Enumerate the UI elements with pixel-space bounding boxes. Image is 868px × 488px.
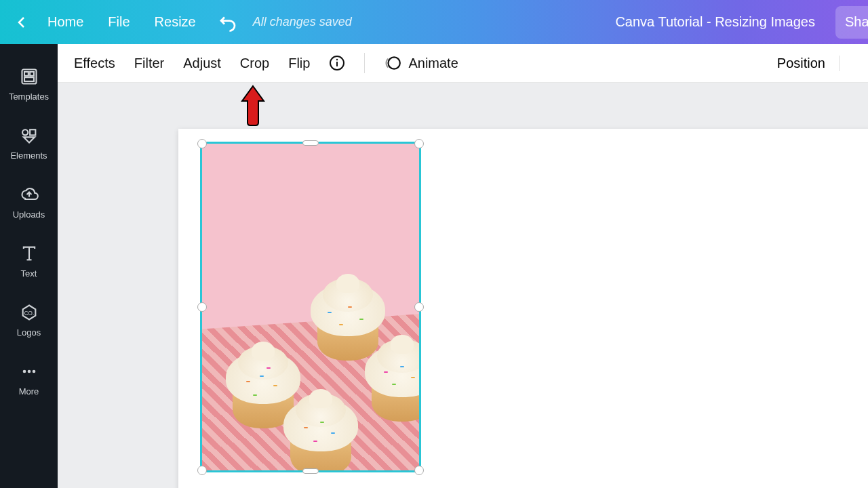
toolbar-divider — [364, 53, 365, 73]
sidebar-item-elements[interactable]: Elements — [0, 117, 58, 176]
main-area: Templates Elements Uploads Text CO. Logo… — [0, 44, 868, 488]
text-icon — [20, 244, 39, 263]
resize-menu[interactable]: Resize — [142, 14, 208, 30]
resize-handle-br[interactable] — [414, 466, 424, 475]
svg-point-4 — [22, 129, 28, 135]
sidebar-item-uploads[interactable]: Uploads — [0, 176, 58, 235]
svg-point-13 — [32, 370, 35, 373]
document-title[interactable]: Canva Tutorial - Resizing Images — [615, 14, 815, 30]
logos-icon: CO. — [20, 303, 39, 322]
file-menu[interactable]: File — [96, 14, 142, 30]
animate-icon — [384, 54, 401, 72]
sidebar-item-label: Text — [21, 268, 37, 279]
work-area: Effects Filter Adjust Crop Flip Animate … — [58, 44, 868, 488]
undo-button[interactable] — [218, 12, 238, 33]
sidebar-item-label: Logos — [17, 327, 41, 338]
animate-label: Animate — [408, 56, 458, 71]
image-content — [202, 144, 419, 470]
sidebar-item-templates[interactable]: Templates — [0, 58, 58, 117]
selected-image[interactable] — [200, 142, 421, 472]
svg-rect-2 — [30, 72, 34, 76]
resize-handle-l[interactable] — [197, 302, 207, 312]
flip-button[interactable]: Flip — [288, 56, 310, 71]
position-button[interactable]: Position — [777, 56, 840, 71]
info-button[interactable] — [329, 55, 345, 71]
resize-handle-tl[interactable] — [197, 139, 207, 148]
svg-rect-5 — [30, 129, 35, 135]
annotation-arrow — [239, 85, 267, 127]
context-toolbar: Effects Filter Adjust Crop Flip Animate … — [58, 44, 868, 83]
svg-text:CO.: CO. — [24, 310, 34, 317]
svg-marker-6 — [23, 137, 34, 142]
elements-icon — [20, 126, 39, 145]
animate-button[interactable]: Animate — [384, 54, 458, 72]
sidebar-item-text[interactable]: Text — [0, 235, 58, 293]
uploads-icon — [20, 185, 39, 204]
svg-rect-1 — [24, 72, 28, 76]
sidebar-item-more[interactable]: More — [0, 352, 58, 411]
resize-handle-tr[interactable] — [414, 139, 424, 148]
back-button[interactable] — [8, 14, 35, 30]
undo-icon — [218, 12, 238, 33]
filter-button[interactable]: Filter — [134, 56, 164, 71]
canvas-zone[interactable] — [58, 83, 868, 488]
effects-button[interactable]: Effects — [74, 56, 115, 71]
save-status: All changes saved — [253, 15, 352, 29]
svg-point-17 — [389, 57, 400, 68]
more-icon — [20, 362, 39, 381]
adjust-button[interactable]: Adjust — [183, 56, 221, 71]
resize-handle-bl[interactable] — [197, 466, 207, 475]
chevron-left-icon — [14, 14, 30, 30]
templates-icon — [20, 67, 39, 86]
sidebar-item-label: Elements — [10, 150, 47, 161]
svg-rect-3 — [24, 77, 34, 81]
resize-handle-r[interactable] — [414, 302, 424, 312]
resize-handle-t[interactable] — [302, 140, 319, 146]
resize-handle-b[interactable] — [302, 468, 319, 474]
home-button[interactable]: Home — [35, 14, 96, 30]
crop-button[interactable]: Crop — [240, 56, 269, 71]
side-panel: Templates Elements Uploads Text CO. Logo… — [0, 44, 58, 488]
info-icon — [329, 55, 345, 71]
app-header: Home File Resize All changes saved Canva… — [0, 0, 868, 44]
share-button[interactable]: Sha — [835, 6, 868, 39]
svg-point-11 — [22, 370, 26, 373]
sidebar-item-label: More — [19, 386, 39, 396]
sidebar-item-label: Uploads — [13, 209, 45, 220]
sidebar-item-logos[interactable]: CO. Logos — [0, 293, 58, 352]
sidebar-item-label: Templates — [9, 92, 49, 102]
svg-point-16 — [336, 59, 338, 60]
svg-point-12 — [27, 370, 31, 373]
